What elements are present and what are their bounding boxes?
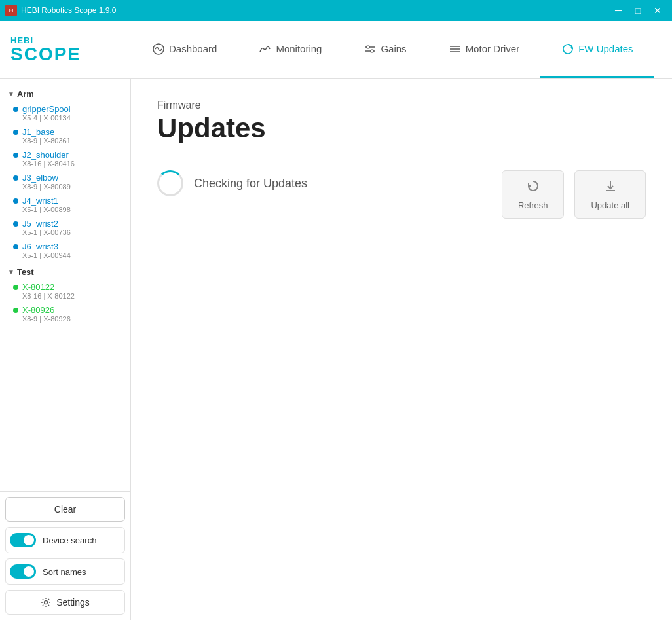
j1base-name: J1_base	[22, 127, 54, 137]
window-controls: ─ □ ✕	[609, 3, 667, 18]
sidebar-item-gripperspool[interactable]: gripperSpool X5-4 | X-00134	[0, 101, 130, 124]
app-icon: H	[5, 5, 17, 16]
refresh-icon	[526, 179, 540, 196]
app-container: HEBI SCOPE Dashboard Monitor	[0, 21, 672, 620]
svg-rect-4	[371, 50, 373, 52]
status-dot-j6wrist3	[13, 244, 18, 249]
sort-names-toggle[interactable]	[10, 564, 36, 579]
gripperspool-sub: X5-4 | X-00134	[13, 114, 122, 122]
refresh-button[interactable]: Refresh	[502, 170, 565, 219]
main-content: Firmware Updates Checking for Updates	[131, 79, 672, 620]
tab-motor-driver[interactable]: Motor Driver	[428, 21, 541, 78]
device-search-track[interactable]	[10, 533, 36, 547]
update-area: Checking for Updates Refresh	[157, 170, 646, 219]
status-dot-x80926	[13, 308, 18, 313]
settings-label: Settings	[56, 597, 90, 608]
firmware-title: Updates	[157, 113, 646, 144]
j4wrist1-name: J4_wrist1	[22, 196, 58, 206]
logo-scope: SCOPE	[10, 45, 121, 64]
status-dot-gripperspool	[13, 107, 18, 112]
j2shoulder-name: J2_shoulder	[22, 150, 69, 160]
device-search-thumb	[24, 535, 34, 545]
sidebar-group-arm[interactable]: ▼ Arm	[0, 84, 130, 101]
gripperspool-name: gripperSpool	[22, 104, 71, 114]
tab-monitoring[interactable]: Monitoring	[238, 21, 343, 78]
arm-chevron-icon: ▼	[8, 90, 14, 98]
sidebar-item-x80122[interactable]: X-80122 X8-16 | X-80122	[0, 280, 130, 302]
app-title: HEBI Robotics Scope 1.9.0	[21, 6, 609, 15]
sort-names-thumb	[24, 566, 34, 577]
sidebar-item-j3elbow[interactable]: J3_elbow X8-9 | X-80089	[0, 170, 130, 193]
sidebar-item-j4wrist1[interactable]: J4_wrist1 X5-1 | X-00898	[0, 193, 130, 216]
tab-dashboard[interactable]: Dashboard	[131, 21, 238, 78]
j3elbow-name: J3_elbow	[22, 173, 58, 183]
sidebar-item-j2shoulder[interactable]: J2_shoulder X8-16 | X-80416	[0, 147, 130, 170]
arm-group-label: Arm	[17, 89, 34, 99]
device-search-row: Device search	[5, 527, 125, 553]
body-container: ▼ Arm gripperSpool X5-4 | X-00134 J1_bas…	[0, 79, 672, 620]
status-dot-j3elbow	[13, 175, 18, 181]
j6wrist3-sub: X5-1 | X-00944	[13, 251, 122, 259]
device-search-toggle[interactable]	[10, 533, 36, 547]
gains-icon	[364, 41, 377, 55]
sidebar-content: ▼ Arm gripperSpool X5-4 | X-00134 J1_bas…	[0, 79, 130, 491]
tab-monitoring-label: Monitoring	[276, 43, 322, 54]
x80926-name: X-80926	[22, 305, 54, 315]
firmware-label: Firmware	[157, 100, 646, 111]
x80122-sub: X8-16 | X-80122	[13, 292, 122, 300]
clear-button[interactable]: Clear	[5, 497, 125, 522]
status-dot-j1base	[13, 130, 18, 135]
sidebar: ▼ Arm gripperSpool X5-4 | X-00134 J1_bas…	[0, 79, 131, 620]
j1base-sub: X8-9 | X-80361	[13, 137, 122, 145]
test-chevron-icon: ▼	[8, 268, 14, 276]
update-all-label: Update all	[591, 200, 629, 210]
action-buttons: Refresh Update all	[502, 170, 646, 219]
sort-names-track[interactable]	[10, 564, 36, 579]
status-dot-j5wrist2	[13, 221, 18, 227]
motor-driver-icon	[449, 41, 462, 55]
status-dot-j4wrist1	[13, 198, 18, 204]
titlebar: H HEBI Robotics Scope 1.9.0 ─ □ ✕	[0, 0, 672, 21]
minimize-button[interactable]: ─	[609, 3, 627, 18]
update-all-button[interactable]: Update all	[574, 170, 646, 219]
loading-spinner	[157, 170, 183, 196]
update-all-icon	[603, 179, 618, 196]
sidebar-group-test[interactable]: ▼ Test	[0, 262, 130, 280]
device-search-label: Device search	[43, 536, 96, 545]
checking-text: Checking for Updates	[194, 177, 307, 191]
sidebar-bottom: Clear Device search Sort	[0, 491, 130, 620]
tab-fw-updates[interactable]: FW Updates	[540, 21, 654, 78]
x80926-sub: X8-9 | X-80926	[13, 315, 122, 323]
sort-names-row: Sort names	[5, 558, 125, 585]
j5wrist2-name: J5_wrist2	[22, 219, 58, 228]
dashboard-icon	[152, 41, 165, 55]
logo-area: HEBI SCOPE	[0, 35, 131, 64]
checking-row: Checking for Updates	[157, 170, 307, 196]
tab-gains[interactable]: Gains	[343, 21, 427, 78]
close-button[interactable]: ✕	[648, 3, 667, 18]
status-dot-j2shoulder	[13, 153, 18, 158]
spinner-ring	[157, 170, 183, 196]
tab-gains-label: Gains	[381, 43, 406, 54]
svg-rect-3	[367, 46, 369, 48]
fw-updates-icon	[561, 41, 574, 55]
nav-tabs: Dashboard Monitoring	[131, 21, 672, 78]
tab-motor-driver-label: Motor Driver	[466, 43, 520, 54]
sort-names-label: Sort names	[43, 567, 86, 577]
settings-button[interactable]: Settings	[5, 590, 125, 615]
j2shoulder-sub: X8-16 | X-80416	[13, 160, 122, 168]
topnav: HEBI SCOPE Dashboard Monitor	[0, 21, 672, 79]
x80122-name: X-80122	[22, 282, 54, 292]
refresh-label: Refresh	[518, 200, 548, 210]
sidebar-item-x80926[interactable]: X-80926 X8-9 | X-80926	[0, 302, 130, 325]
maximize-button[interactable]: □	[629, 3, 647, 18]
svg-point-9	[45, 601, 48, 604]
tab-fw-updates-label: FW Updates	[578, 43, 633, 54]
j6wrist3-name: J6_wrist3	[22, 242, 58, 251]
sidebar-item-j5wrist2[interactable]: J5_wrist2 X5-1 | X-00736	[0, 216, 130, 239]
sidebar-item-j1base[interactable]: J1_base X8-9 | X-80361	[0, 124, 130, 147]
sidebar-item-j6wrist3[interactable]: J6_wrist3 X5-1 | X-00944	[0, 239, 130, 262]
test-group-label: Test	[17, 267, 34, 277]
j4wrist1-sub: X5-1 | X-00898	[13, 206, 122, 213]
status-dot-x80122	[13, 285, 18, 290]
